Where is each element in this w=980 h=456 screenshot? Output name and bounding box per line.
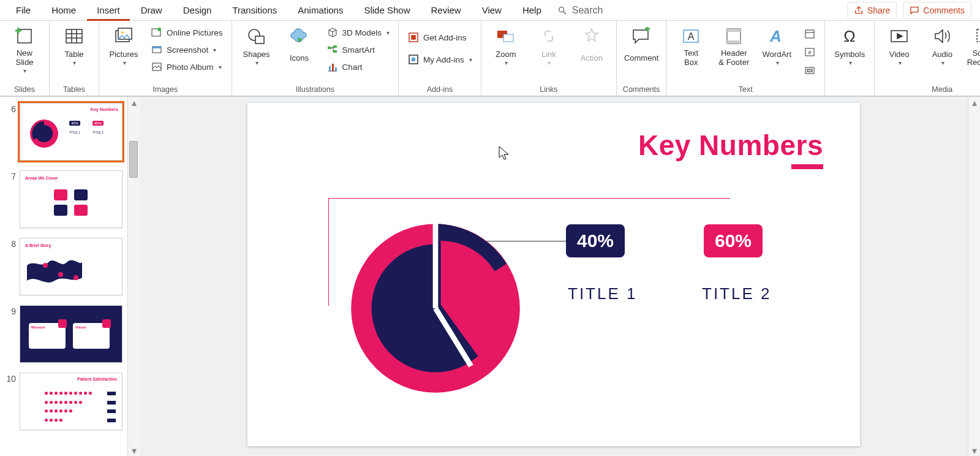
online-pictures-button[interactable]: Online Pictures — [148, 25, 225, 40]
svg-point-0 — [559, 7, 564, 12]
get-addins-button[interactable]: Get Add-ins — [405, 29, 475, 45]
group-text: A Text Box Header & Footer A WordArt▾ # … — [666, 21, 825, 96]
screen-recording-button[interactable]: + Screen Recording — [967, 23, 980, 67]
screenshot-label: Screenshot — [167, 45, 208, 55]
current-slide[interactable]: Key Numbers — [247, 103, 860, 446]
thumbnail-list[interactable]: 6 Key Numbers 40% 60% TITLE 1 TITLE 2 7 … — [0, 97, 127, 456]
pictures-label: Pictures▾ — [110, 49, 138, 67]
group-symbols: Ω Symbols▾ — [825, 21, 875, 96]
thumbnail-scrollbar[interactable]: ▴ ▾ — [127, 97, 140, 456]
scroll-down-icon[interactable]: ▾ — [968, 445, 980, 456]
chart-button[interactable]: Chart — [324, 59, 393, 75]
slide-canvas-area[interactable]: Key Numbers — [140, 97, 968, 456]
title-underline — [791, 164, 823, 169]
value-badge-1[interactable]: 40% — [566, 224, 625, 257]
scroll-up-icon[interactable]: ▴ — [968, 97, 980, 108]
tell-me-search[interactable]: Search — [552, 0, 608, 21]
scroll-up-icon[interactable]: ▴ — [128, 97, 140, 108]
slide-number-button[interactable]: # — [801, 44, 818, 60]
tab-slideshow[interactable]: Slide Show — [354, 0, 420, 21]
thumbnail-item-8[interactable]: 8 A Brief Story — [2, 238, 124, 295]
thumb-number: 9 — [2, 305, 16, 363]
icons-icon — [289, 26, 310, 47]
zoom-button[interactable]: Zoom▾ — [488, 23, 524, 67]
scroll-thumb[interactable] — [129, 141, 138, 178]
svg-point-54 — [74, 275, 78, 280]
value-badge-2[interactable]: 60% — [704, 224, 763, 257]
thumbnail-10[interactable]: Patient Satisfaction — [20, 373, 123, 430]
canvas-scrollbar[interactable]: ▴ ▾ — [968, 97, 980, 456]
zoom-icon — [496, 26, 516, 47]
object-button[interactable] — [801, 63, 818, 78]
tab-home[interactable]: Home — [42, 0, 86, 21]
thumb-number: 7 — [2, 170, 16, 228]
pictures-button[interactable]: Pictures▾ — [105, 23, 142, 67]
tab-transitions[interactable]: Transitions — [222, 0, 287, 21]
screenshot-button[interactable]: Screenshot▾ — [148, 42, 225, 58]
symbols-icon: Ω — [839, 26, 860, 47]
audio-button[interactable]: Audio▾ — [924, 23, 960, 67]
icons-button[interactable]: Icons — [281, 23, 318, 67]
group-label-text: Text — [739, 83, 753, 96]
video-button[interactable]: Video▾ — [881, 23, 918, 67]
group-label-links: Links — [540, 83, 557, 96]
group-label-addins: Add-ins — [427, 83, 453, 96]
icons-label: Icons — [290, 49, 309, 67]
thumbnail-9[interactable]: Mission Vision — [20, 305, 123, 363]
slide-title[interactable]: Key Numbers — [638, 129, 823, 162]
share-button[interactable]: Share — [847, 2, 897, 19]
photo-album-button[interactable]: Photo Album▾ — [148, 59, 225, 75]
screenshot-icon — [151, 44, 163, 56]
shapes-button[interactable]: Shapes▾ — [238, 23, 275, 67]
tab-file[interactable]: File — [6, 0, 40, 21]
caption-2[interactable]: TITLE 2 — [702, 284, 771, 303]
new-slide-button[interactable]: New Slide▾ — [6, 23, 43, 74]
group-label-illustrations: Illustrations — [296, 83, 334, 96]
slide-thumbnails-panel: 6 Key Numbers 40% 60% TITLE 1 TITLE 2 7 … — [0, 97, 140, 456]
pie-chart[interactable] — [347, 219, 524, 397]
my-addins-icon — [407, 53, 420, 66]
text-box-button[interactable]: A Text Box — [673, 23, 709, 67]
my-addins-button[interactable]: My Add-ins▾ — [405, 51, 475, 67]
tab-review[interactable]: Review — [421, 0, 470, 21]
action-icon — [581, 26, 602, 47]
3d-models-button[interactable]: 3D Models▾ — [324, 25, 393, 40]
video-label: Video▾ — [889, 49, 910, 67]
tab-view[interactable]: View — [472, 0, 511, 21]
workspace: 6 Key Numbers 40% 60% TITLE 1 TITLE 2 7 … — [0, 97, 980, 456]
caption-1[interactable]: TITLE 1 — [568, 284, 637, 303]
thumbnail-item-10[interactable]: 10 Patient Satisfaction — [2, 373, 124, 430]
thumbnail-item-9[interactable]: 9 Mission Vision — [2, 305, 124, 363]
new-slide-icon — [14, 26, 35, 47]
tab-help[interactable]: Help — [513, 0, 551, 21]
online-pictures-label: Online Pictures — [167, 28, 223, 37]
thumnail-item-6[interactable]: 6 Key Numbers 40% 60% TITLE 1 TITLE 2 — [2, 103, 124, 161]
svg-rect-20 — [328, 47, 331, 49]
group-illustrations: Shapes▾ Icons 3D Models▾ SmartArt Chart — [232, 21, 399, 96]
comment-button[interactable]: Comment — [623, 23, 660, 67]
comments-button[interactable]: Comments — [903, 2, 971, 19]
thumbnail-item-7[interactable]: 7 Areas We Cover — [2, 170, 124, 228]
table-button[interactable]: Table▾ — [56, 23, 92, 67]
smartart-button[interactable]: SmartArt — [324, 42, 393, 58]
scroll-down-icon[interactable]: ▾ — [128, 445, 140, 456]
svg-rect-22 — [333, 50, 337, 53]
date-time-button[interactable] — [801, 26, 818, 42]
text-box-icon: A — [680, 26, 701, 47]
group-media: Video▾ Audio▾ + Screen Recording Media — [875, 21, 980, 96]
wordart-button[interactable]: A WordArt▾ — [758, 23, 795, 67]
header-footer-button[interactable]: Header & Footer — [715, 23, 752, 67]
audio-label: Audio▾ — [932, 49, 952, 67]
tab-insert[interactable]: Insert — [87, 0, 130, 21]
table-icon — [64, 26, 85, 47]
thumbnail-6[interactable]: Key Numbers 40% 60% TITLE 1 TITLE 2 — [20, 103, 123, 161]
tab-design[interactable]: Design — [173, 0, 222, 21]
tab-animations[interactable]: Animations — [288, 0, 353, 21]
tab-draw[interactable]: Draw — [131, 0, 172, 21]
thumbnail-8[interactable]: A Brief Story — [20, 238, 123, 295]
symbols-button[interactable]: Ω Symbols▾ — [831, 23, 868, 67]
online-pictures-icon — [151, 26, 163, 39]
svg-point-51 — [36, 125, 53, 142]
pictures-icon — [113, 26, 134, 47]
thumbnail-7[interactable]: Areas We Cover — [20, 170, 123, 228]
